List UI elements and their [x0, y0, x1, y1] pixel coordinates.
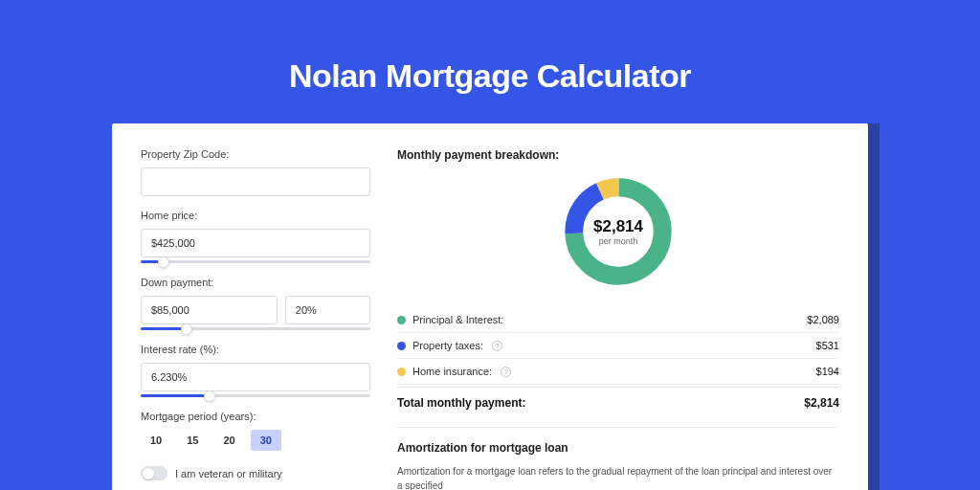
legend-value: $531: [816, 340, 839, 351]
interest-label: Interest rate (%):: [141, 344, 370, 355]
slider-thumb[interactable]: [204, 390, 215, 402]
down-payment-input[interactable]: [141, 296, 278, 324]
total-row: Total monthly payment: $2,814: [397, 387, 839, 421]
amortization-section: Amortization for mortgage loan Amortizat…: [397, 427, 839, 490]
period-options: 10 15 20 30: [141, 430, 370, 451]
donut-amount: $2,814: [593, 217, 643, 236]
veteran-label: I am veteran or military: [175, 468, 282, 479]
interest-field: Interest rate (%):: [141, 344, 370, 397]
page-title: Nolan Mortgage Calculator: [289, 57, 691, 95]
home-price-input[interactable]: [141, 229, 370, 257]
legend-value: $2,089: [807, 314, 839, 325]
zip-label: Property Zip Code:: [141, 148, 370, 160]
down-payment-field: Down payment:: [141, 277, 370, 330]
down-payment-slider[interactable]: [141, 327, 370, 330]
legend-row-taxes: Property taxes: ? $531: [397, 333, 839, 359]
home-price-field: Home price:: [141, 210, 370, 263]
period-btn-15[interactable]: 15: [177, 430, 208, 451]
legend-value: $194: [816, 366, 839, 377]
calculator-card: Property Zip Code: Home price: Down paym…: [112, 123, 868, 490]
period-label: Mortgage period (years):: [141, 411, 370, 422]
total-value: $2,814: [804, 396, 839, 410]
breakdown-title: Monthly payment breakdown:: [397, 148, 839, 162]
interest-slider[interactable]: [141, 394, 370, 397]
home-price-slider[interactable]: [141, 260, 370, 263]
donut-chart-wrap: $2,814 per month: [397, 173, 839, 290]
donut-chart: $2,814 per month: [560, 173, 677, 290]
card-shadow: [868, 123, 880, 490]
veteran-row: I am veteran or military: [141, 466, 370, 480]
period-btn-30[interactable]: 30: [251, 430, 281, 451]
toggle-knob: [143, 468, 154, 479]
legend-row-principal: Principal & Interest: $2,089: [397, 307, 839, 333]
period-field: Mortgage period (years): 10 15 20 30: [141, 411, 370, 451]
home-price-label: Home price:: [141, 210, 370, 221]
zip-input[interactable]: [141, 167, 370, 196]
donut-sub: per month: [599, 236, 638, 246]
help-icon[interactable]: ?: [492, 341, 502, 351]
legend-label: Home insurance:: [412, 366, 492, 377]
period-btn-10[interactable]: 10: [141, 430, 171, 451]
dot-icon: [397, 316, 406, 324]
interest-input[interactable]: [141, 363, 370, 391]
veteran-toggle[interactable]: [141, 466, 167, 480]
form-panel: Property Zip Code: Home price: Down paym…: [141, 148, 370, 490]
breakdown-panel: Monthly payment breakdown: $2,814 per mo…: [397, 148, 839, 490]
amortization-text: Amortization for a mortgage loan refers …: [397, 464, 839, 490]
period-btn-20[interactable]: 20: [214, 430, 245, 451]
down-payment-label: Down payment:: [141, 277, 370, 288]
slider-thumb[interactable]: [181, 323, 192, 335]
zip-field: Property Zip Code:: [141, 148, 370, 196]
help-icon[interactable]: ?: [501, 367, 511, 377]
amortization-title: Amortization for mortgage loan: [397, 441, 839, 455]
dot-icon: [397, 368, 406, 376]
legend-label: Principal & Interest:: [412, 314, 503, 325]
dot-icon: [397, 342, 406, 350]
down-payment-pct-input[interactable]: [285, 296, 370, 324]
legend-row-insurance: Home insurance: ? $194: [397, 359, 839, 385]
donut-center: $2,814 per month: [560, 173, 677, 290]
total-label: Total monthly payment:: [397, 396, 525, 410]
legend-label: Property taxes:: [412, 340, 483, 351]
slider-thumb[interactable]: [158, 256, 169, 268]
